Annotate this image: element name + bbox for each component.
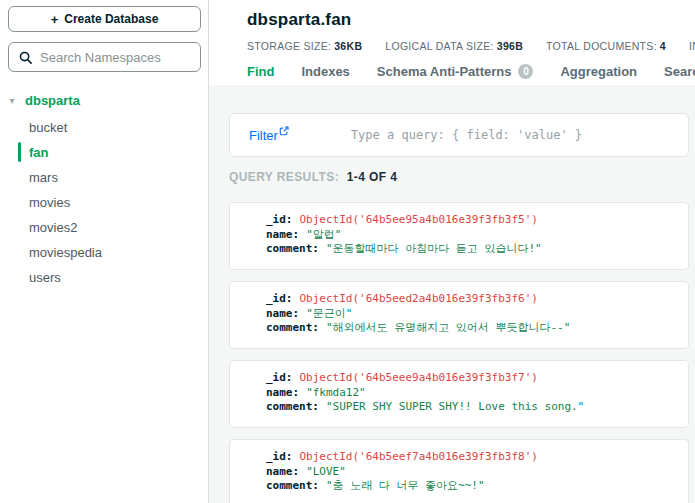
page-title: dbsparta.fan	[247, 10, 695, 30]
field-id: _id:ObjectId('64b5eef7a4b016e39f3fb3f8')	[266, 450, 678, 465]
sidebar-item-dbsparta[interactable]: ▾ dbsparta	[0, 88, 208, 112]
field-id: _id:ObjectId('64b5eed2a4b016e39f3fb3f6')	[266, 292, 678, 307]
field-comment: comment:"SUPER SHY SUPER SHY!! Love this…	[266, 400, 678, 415]
stat-storage-size: STORAGE SIZE:36KB	[247, 40, 362, 52]
tab-find[interactable]: Find	[247, 64, 274, 79]
plus-icon: +	[51, 12, 59, 27]
external-link-icon	[279, 126, 289, 136]
document-card[interactable]: _id:ObjectId('64b5eed2a4b016e39f3fb3f6')…	[229, 281, 689, 349]
field-id: _id:ObjectId('64b5eee9a4b016e39f3fb3f7')	[266, 371, 678, 386]
query-input[interactable]	[351, 128, 676, 142]
field-name: name:"LOVE"	[266, 465, 678, 480]
field-comment: comment:"춤 노래 다 너무 좋아요~~!"	[266, 479, 678, 494]
documents-panel: Filter QUERY RESULTS: 1-4 OF 4 _id:Objec…	[209, 85, 695, 503]
sidebar-item-mars[interactable]: mars	[0, 165, 208, 190]
active-indicator-bar	[18, 142, 21, 162]
sidebar: + Create Database ▾ dbsparta bucket fan …	[0, 0, 209, 503]
create-database-button[interactable]: + Create Database	[8, 6, 201, 32]
tab-search-indexes[interactable]: Search Indexes	[664, 64, 695, 79]
field-name: name:"fkmda12"	[266, 386, 678, 401]
chevron-down-icon[interactable]: ▾	[6, 95, 18, 106]
sidebar-item-fan[interactable]: fan	[0, 140, 208, 165]
database-name: dbsparta	[25, 93, 80, 108]
document-list: _id:ObjectId('64b5ee95a4b016e39f3fb3f5')…	[229, 202, 689, 503]
sidebar-item-users[interactable]: users	[0, 265, 208, 290]
search-icon	[19, 51, 32, 64]
stat-indexes-total-size: INDEXES TOTAL SIZE:36KB	[689, 40, 695, 52]
field-name: name:"문근이"	[266, 307, 678, 322]
tab-indexes[interactable]: Indexes	[301, 64, 349, 79]
collection-tabs: Find Indexes Schema Anti-Patterns 0 Aggr…	[247, 64, 695, 79]
query-results-summary: QUERY RESULTS: 1-4 OF 4	[229, 170, 689, 184]
sidebar-item-movies[interactable]: movies	[0, 190, 208, 215]
count-badge: 0	[518, 64, 533, 79]
search-input[interactable]	[40, 50, 190, 65]
stat-total-documents: TOTAL DOCUMENTS:4	[546, 40, 666, 52]
field-id: _id:ObjectId('64b5ee95a4b016e39f3fb3f5')	[266, 213, 678, 228]
compass-collection-window: + Create Database ▾ dbsparta bucket fan …	[0, 0, 695, 503]
sidebar-item-bucket[interactable]: bucket	[0, 115, 208, 140]
document-card[interactable]: _id:ObjectId('64b5ee95a4b016e39f3fb3f5')…	[229, 202, 689, 270]
sidebar-item-movies2[interactable]: movies2	[0, 215, 208, 240]
collection-view: dbsparta.fan STORAGE SIZE:36KB LOGICAL D…	[209, 0, 695, 503]
namespace-search[interactable]	[8, 42, 201, 72]
collection-list: bucket fan mars movies movies2 moviesped…	[0, 115, 208, 290]
tab-aggregation[interactable]: Aggregation	[560, 64, 637, 79]
create-database-label: Create Database	[64, 12, 158, 26]
document-card[interactable]: _id:ObjectId('64b5eee9a4b016e39f3fb3f7')…	[229, 360, 689, 428]
sidebar-item-moviespedia[interactable]: moviespedia	[0, 240, 208, 265]
document-card[interactable]: _id:ObjectId('64b5eef7a4b016e39f3fb3f8')…	[229, 439, 689, 503]
query-bar: Filter	[229, 113, 689, 157]
field-comment: comment:"운동할때마다 아침마다 듣고 있습니다!"	[266, 242, 678, 257]
tab-schema-anti-patterns[interactable]: Schema Anti-Patterns 0	[377, 64, 534, 79]
collection-stats: STORAGE SIZE:36KB LOGICAL DATA SIZE:396B…	[247, 40, 695, 52]
field-name: name:"알럽"	[266, 228, 678, 243]
collection-header: dbsparta.fan STORAGE SIZE:36KB LOGICAL D…	[209, 0, 695, 85]
field-comment: comment:"해외에서도 유명해지고 있어서 뿌듯합니다--"	[266, 321, 678, 336]
results-count: 1-4 OF 4	[347, 170, 398, 184]
filter-link[interactable]: Filter	[249, 128, 289, 143]
stat-logical-data-size: LOGICAL DATA SIZE:396B	[385, 40, 523, 52]
